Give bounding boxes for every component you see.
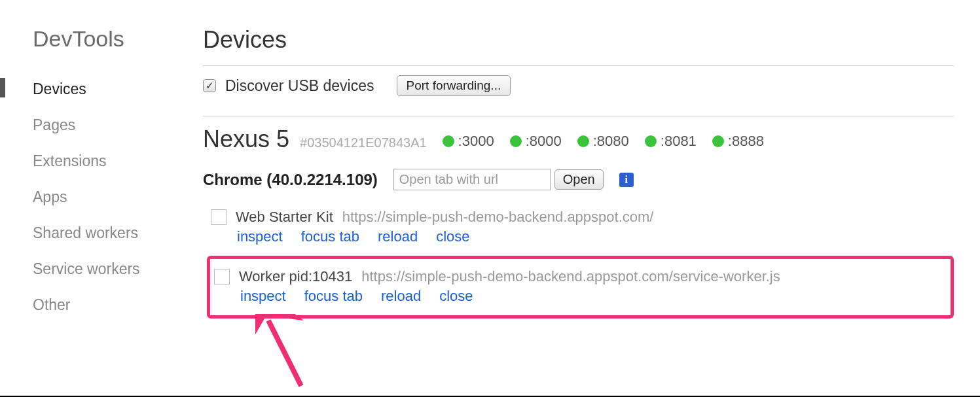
discover-row: ✓ Discover USB devices Port forwarding..… (203, 75, 954, 96)
target-list: Web Starter Kit https://simple-push-demo… (203, 203, 954, 319)
sidebar-item-label: Service workers (33, 260, 140, 277)
sidebar-item-label: Apps (33, 188, 67, 205)
sidebar-item-label: Devices (33, 80, 86, 97)
app-title: DevTools (33, 26, 183, 52)
sidebar: DevTools Devices Pages Extensions Apps S… (0, 0, 183, 396)
sidebar-item-other[interactable]: Other (33, 287, 183, 323)
port-forwarding-button[interactable]: Port forwarding... (397, 75, 511, 96)
target-url: https://simple-push-demo-backend.appspot… (361, 268, 780, 285)
port-item: :8000 (510, 133, 562, 150)
divider (203, 116, 954, 116)
sidebar-item-apps[interactable]: Apps (33, 179, 183, 215)
info-icon[interactable]: i (619, 173, 634, 187)
status-dot-icon (577, 135, 589, 147)
discover-label: Discover USB devices (225, 77, 374, 95)
open-button[interactable]: Open (554, 169, 604, 190)
sidebar-item-shared-workers[interactable]: Shared workers (33, 215, 183, 251)
close-link[interactable]: close (439, 288, 473, 305)
status-dot-icon (645, 135, 657, 147)
browser-label: Chrome (40.0.2214.109) (203, 171, 378, 189)
port-item: :8080 (577, 133, 629, 150)
close-link[interactable]: close (436, 228, 469, 245)
device-id: #03504121E07843A1 (300, 135, 427, 150)
status-dot-icon (510, 135, 522, 147)
sidebar-item-label: Extensions (33, 152, 107, 169)
port-label: :8888 (728, 133, 764, 150)
sidebar-item-service-workers[interactable]: Service workers (33, 251, 183, 287)
favicon-placeholder-icon (214, 269, 230, 285)
divider (203, 65, 954, 66)
target-row: Web Starter Kit https://simple-push-demo… (207, 203, 954, 252)
favicon-placeholder-icon (211, 209, 227, 225)
discover-checkbox[interactable]: ✓ (203, 79, 216, 92)
device-header: Nexus 5 #03504121E07843A1 :3000 :8000 :8… (203, 126, 954, 153)
status-dot-icon (443, 135, 454, 147)
main-content: Devices ✓ Discover USB devices Port forw… (183, 0, 980, 396)
inspect-link[interactable]: inspect (240, 288, 286, 305)
target-url: https://simple-push-demo-backend.appspot… (342, 209, 654, 226)
focus-tab-link[interactable]: focus tab (301, 228, 359, 245)
open-tab-url-input[interactable] (393, 169, 551, 190)
reload-link[interactable]: reload (378, 228, 418, 245)
inspect-link[interactable]: inspect (237, 228, 283, 245)
sidebar-item-label: Other (33, 296, 71, 313)
browser-row: Chrome (40.0.2214.109) Open i (203, 169, 954, 190)
port-label: :8081 (661, 133, 697, 150)
target-title: Web Starter Kit (236, 209, 333, 226)
target-row-highlighted: Worker pid:10431 https://simple-push-dem… (207, 256, 954, 319)
reload-link[interactable]: reload (381, 288, 421, 305)
port-label: :3000 (458, 133, 494, 150)
port-item: :3000 (443, 133, 494, 150)
port-item: :8081 (645, 133, 697, 150)
device-name: Nexus 5 (203, 126, 289, 153)
active-marker (0, 78, 5, 97)
target-title: Worker pid:10431 (239, 268, 352, 285)
sidebar-item-pages[interactable]: Pages (33, 107, 183, 143)
port-item: :8888 (712, 133, 764, 150)
port-label: :8000 (526, 133, 562, 150)
sidebar-item-label: Shared workers (33, 224, 138, 241)
focus-tab-link[interactable]: focus tab (304, 288, 363, 305)
port-label: :8080 (593, 133, 629, 150)
sidebar-item-devices[interactable]: Devices (33, 71, 183, 107)
page-title: Devices (203, 26, 954, 54)
sidebar-item-extensions[interactable]: Extensions (33, 143, 183, 179)
sidebar-item-label: Pages (33, 116, 75, 133)
status-dot-icon (712, 135, 724, 147)
